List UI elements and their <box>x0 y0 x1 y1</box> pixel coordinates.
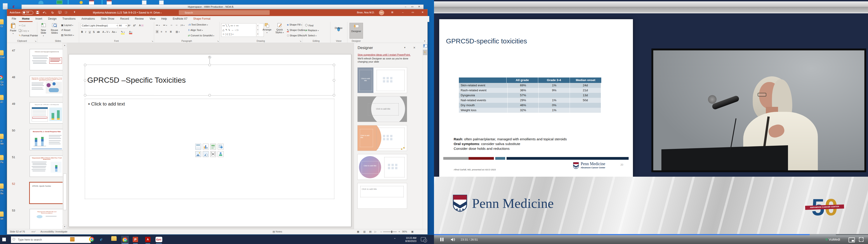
desktop-icon[interactable] <box>80 1 83 4</box>
pause-button[interactable] <box>440 238 444 242</box>
designer-button[interactable]: Designer <box>349 23 363 39</box>
desktop-icon[interactable] <box>89 0 94 5</box>
folder-icon[interactable] <box>0 156 4 160</box>
paragraph-dialog-launcher[interactable]: ↘ <box>217 40 219 42</box>
insert-smartart-icon[interactable] <box>210 144 216 150</box>
ribbon-tab[interactable]: Review <box>132 16 147 22</box>
normal-view-icon[interactable]: ▦ <box>357 230 359 233</box>
ribbon-display-options-icon[interactable]: ⊞ <box>391 11 393 14</box>
decrease-indent-button[interactable]: ⇤ <box>170 24 173 27</box>
italic-button[interactable]: I <box>85 30 86 33</box>
slide-thumbnail[interactable]: Talquetamab ORR in Patients With Prior T… <box>30 156 64 177</box>
insert-icons-icon[interactable] <box>218 151 223 157</box>
save-icon[interactable] <box>36 11 39 14</box>
epic-taskbar-icon[interactable]: Epic <box>156 237 162 242</box>
design-suggestion[interactable]: Click to add title <box>358 183 407 209</box>
text-direction-button[interactable]: ↕A Text Direction ▾ <box>188 23 208 26</box>
ribbon-tab[interactable]: Design <box>45 16 59 22</box>
insert-table-icon[interactable] <box>195 144 201 150</box>
designer-stop-link[interactable]: Stop suggesting ideas until I restart Po… <box>358 53 419 56</box>
notes-button[interactable]: ▤ Notes <box>273 230 282 233</box>
resize-handle[interactable] <box>333 64 335 66</box>
ribbon-tab[interactable]: Shape Format <box>190 16 213 22</box>
desktop-icon[interactable] <box>142 0 147 4</box>
resize-handle[interactable] <box>84 79 86 82</box>
undo-icon[interactable]: ↶▾ <box>43 11 46 14</box>
desktop-icon[interactable] <box>57 0 62 4</box>
zoom-in-button[interactable]: + <box>399 230 400 233</box>
design-suggestion[interactable]: Click to add title <box>358 154 407 180</box>
resize-handle[interactable] <box>333 79 335 82</box>
resize-handle[interactable] <box>333 94 335 96</box>
slide-title-text[interactable]: GPRC5D –Specific Toxicities <box>87 65 186 95</box>
slide-thumbnail[interactable]: Talquetamab, a G Protein-Coupled Recepto… <box>30 76 64 97</box>
autosave-toggle[interactable]: Off <box>22 11 33 15</box>
notification-center-icon[interactable]: 1 <box>421 237 426 241</box>
line-spacing-button[interactable]: ↕≡ ▾ <box>180 24 184 26</box>
minimize-icon[interactable]: – <box>402 11 403 13</box>
ribbon-tab[interactable]: Home <box>19 16 32 22</box>
desktop-icon[interactable] <box>159 0 164 4</box>
copy-button[interactable]: Copy ▾ <box>19 29 29 32</box>
scrollbar-thumb[interactable] <box>63 174 66 210</box>
reading-view-icon[interactable]: ▤ <box>369 230 371 233</box>
title-placeholder[interactable]: GPRC5D –Specific Toxicities ↻ <box>85 65 334 96</box>
document-title[interactable]: Myeloma Advances LLS Talk 9-9-23 • Saved… <box>93 11 162 14</box>
acrobat-taskbar-icon[interactable]: A <box>145 237 151 242</box>
align-left-button[interactable]: ≡ <box>156 30 158 33</box>
justify-button[interactable]: ≣ <box>170 30 172 33</box>
ribbon-tab[interactable]: File <box>9 16 19 22</box>
ribbon-tab[interactable]: EndNote X7 <box>170 16 190 22</box>
folder-icon[interactable] <box>0 51 4 55</box>
replace-button[interactable]: ⇄ Replace ▾ <box>305 29 319 32</box>
font-name-select[interactable]: Calibri Light (Headings) ▾ <box>81 23 119 28</box>
close-icon[interactable]: ✕ <box>413 46 415 49</box>
design-suggestion[interactable]: Click to add title <box>358 125 407 151</box>
clear-formatting-button[interactable]: A⌫ <box>139 24 144 27</box>
resize-handle[interactable] <box>209 94 211 96</box>
taskbar-clock[interactable]: 10:22 AM 8/30/2023 <box>398 236 416 243</box>
strikethrough-button[interactable]: ab <box>97 30 100 33</box>
grow-font-button[interactable]: A▴ <box>128 24 130 27</box>
drawing-dialog-launcher[interactable]: ↘ <box>300 40 301 42</box>
powerpoint-search-input[interactable] <box>179 10 270 15</box>
body-placeholder-text[interactable]: • Click to add text <box>88 101 125 106</box>
new-slide-button[interactable]: New Slide▾ <box>38 23 49 37</box>
content-placeholder[interactable]: • Click to add text <box>85 99 334 199</box>
shadow-button[interactable]: S <box>93 30 94 33</box>
folder-icon[interactable] <box>0 184 4 189</box>
cut-button[interactable]: ✂ Cut <box>19 24 25 27</box>
select-button[interactable]: ⇱ Select ▾ <box>305 34 316 37</box>
tray-expand-icon[interactable]: ⌃ <box>394 238 396 241</box>
slideshow-view-icon[interactable]: ▷ <box>375 230 376 233</box>
increase-indent-button[interactable]: ⇥ <box>175 24 177 27</box>
touch-mouse-mode-icon[interactable]: ❏▾ <box>65 11 68 14</box>
accessibility-status[interactable]: Accessibility: Investigate <box>40 230 67 233</box>
paste-button[interactable]: Paste▾ <box>9 23 18 35</box>
chrome-shortcut-icon[interactable] <box>0 75 3 80</box>
close-icon[interactable]: ✕ <box>422 11 424 14</box>
section-button[interactable]: ▤ Section ▾ <box>61 34 74 37</box>
resize-handle[interactable] <box>209 64 211 66</box>
font-dialog-launcher[interactable]: ↘ <box>151 40 153 42</box>
dictate-button[interactable]: Dictate▾ <box>333 23 344 32</box>
start-slideshow-icon[interactable] <box>58 11 61 14</box>
quick-access-overflow-icon[interactable]: ▾̄ <box>74 11 75 13</box>
file-explorer-icon[interactable] <box>111 237 117 242</box>
quick-styles-button[interactable]: Quick Styles ▾ <box>274 23 285 34</box>
rotate-handle[interactable]: ↻ <box>208 56 211 59</box>
arrange-button[interactable]: Arrange▾ <box>261 23 273 34</box>
close-icon[interactable]: ✕ <box>416 5 423 9</box>
slide-canvas[interactable]: GPRC5D –Specific Toxicities ↻ <box>69 54 351 227</box>
fit-to-window-icon[interactable]: ▣ <box>411 230 413 233</box>
align-text-button[interactable]: ⇕ Align Text ▾ <box>188 29 203 32</box>
zoom-level[interactable]: 96% <box>402 230 407 233</box>
shapes-gallery-scroll[interactable]: ▴▾▾̄ <box>256 23 259 36</box>
folder-icon[interactable] <box>0 212 4 217</box>
bold-button[interactable]: B <box>81 30 83 33</box>
folder-icon[interactable] <box>0 96 4 100</box>
insert-pictures-icon[interactable] <box>195 151 201 157</box>
thumbnail-scrollbar[interactable] <box>63 47 66 224</box>
convert-smartart-button[interactable]: ⇄ Convert to SmartArt ▾ <box>188 34 214 37</box>
font-color-button[interactable]: A ▾ <box>129 30 132 34</box>
